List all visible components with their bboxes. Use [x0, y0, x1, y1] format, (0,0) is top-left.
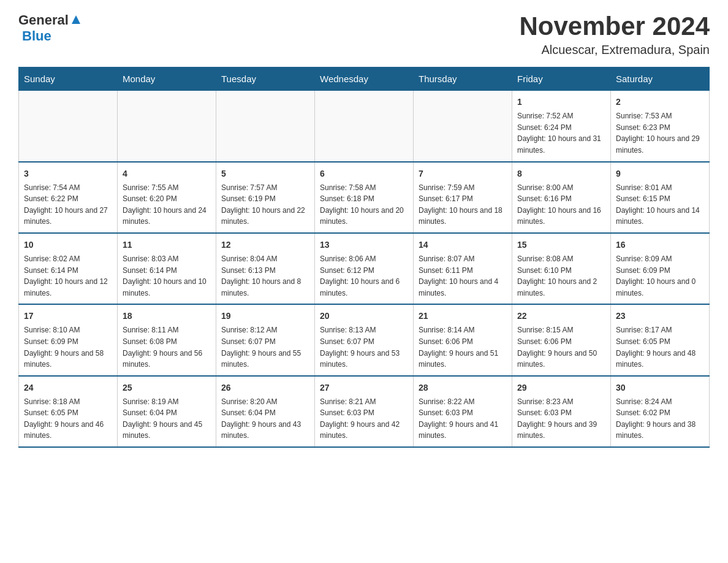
day-info: Sunrise: 7:53 AMSunset: 6:23 PMDaylight:…: [616, 110, 704, 156]
header-saturday: Saturday: [611, 67, 710, 91]
page-subtitle: Alcuescar, Extremadura, Spain: [519, 43, 710, 57]
day-info: Sunrise: 7:58 AMSunset: 6:18 PMDaylight:…: [320, 182, 408, 228]
day-info: Sunrise: 8:07 AMSunset: 6:11 PMDaylight:…: [419, 253, 507, 299]
table-cell: 18Sunrise: 8:11 AMSunset: 6:08 PMDayligh…: [118, 304, 216, 375]
day-info: Sunrise: 8:21 AMSunset: 6:03 PMDaylight:…: [320, 396, 408, 442]
day-number: 26: [221, 381, 309, 394]
header-row: SundayMondayTuesdayWednesdayThursdayFrid…: [19, 67, 710, 91]
day-number: 11: [123, 239, 211, 251]
day-info: Sunrise: 8:09 AMSunset: 6:09 PMDaylight:…: [616, 253, 704, 299]
day-info: Sunrise: 8:02 AMSunset: 6:14 PMDaylight:…: [24, 253, 112, 299]
day-info: Sunrise: 8:19 AMSunset: 6:04 PMDaylight:…: [123, 396, 211, 442]
day-number: 7: [419, 167, 507, 180]
day-number: 4: [123, 167, 211, 180]
day-number: 2: [616, 96, 704, 109]
table-cell: 13Sunrise: 8:06 AMSunset: 6:12 PMDayligh…: [315, 233, 414, 304]
table-cell: 1Sunrise: 7:52 AMSunset: 6:24 PMDaylight…: [512, 91, 611, 162]
day-number: 5: [221, 167, 309, 180]
day-info: Sunrise: 8:10 AMSunset: 6:09 PMDaylight:…: [24, 324, 112, 370]
day-info: Sunrise: 8:00 AMSunset: 6:16 PMDaylight:…: [517, 182, 605, 228]
day-number: 8: [517, 167, 605, 180]
day-number: 6: [320, 167, 408, 180]
table-cell: 7Sunrise: 7:59 AMSunset: 6:17 PMDaylight…: [414, 162, 512, 233]
day-info: Sunrise: 8:23 AMSunset: 6:03 PMDaylight:…: [517, 396, 605, 442]
table-cell: 12Sunrise: 8:04 AMSunset: 6:13 PMDayligh…: [216, 233, 315, 304]
day-number: 24: [24, 381, 112, 394]
logo-triangle-icon: [70, 14, 82, 28]
table-cell: 5Sunrise: 7:57 AMSunset: 6:19 PMDaylight…: [216, 162, 315, 233]
logo-general-text: General: [18, 12, 69, 28]
day-info: Sunrise: 8:06 AMSunset: 6:12 PMDaylight:…: [320, 253, 408, 299]
day-info: Sunrise: 8:24 AMSunset: 6:02 PMDaylight:…: [616, 396, 704, 442]
day-info: Sunrise: 8:20 AMSunset: 6:04 PMDaylight:…: [221, 396, 309, 442]
table-cell: 24Sunrise: 8:18 AMSunset: 6:05 PMDayligh…: [19, 376, 118, 447]
day-info: Sunrise: 8:11 AMSunset: 6:08 PMDaylight:…: [123, 324, 211, 370]
calendar-body: 1Sunrise: 7:52 AMSunset: 6:24 PMDaylight…: [19, 91, 710, 447]
day-info: Sunrise: 8:14 AMSunset: 6:06 PMDaylight:…: [419, 324, 507, 370]
day-number: 22: [517, 310, 605, 323]
svg-marker-0: [72, 15, 80, 24]
day-number: 12: [221, 239, 309, 251]
week-row-3: 10Sunrise: 8:02 AMSunset: 6:14 PMDayligh…: [19, 233, 710, 304]
table-cell: 22Sunrise: 8:15 AMSunset: 6:06 PMDayligh…: [512, 304, 611, 375]
header-sunday: Sunday: [19, 67, 118, 91]
calendar-header: SundayMondayTuesdayWednesdayThursdayFrid…: [19, 67, 710, 91]
table-cell: [19, 91, 118, 162]
table-cell: [216, 91, 315, 162]
day-number: 1: [517, 96, 605, 109]
table-cell: [118, 91, 216, 162]
table-cell: 4Sunrise: 7:55 AMSunset: 6:20 PMDaylight…: [118, 162, 216, 233]
day-number: 25: [123, 381, 211, 394]
table-cell: 3Sunrise: 7:54 AMSunset: 6:22 PMDaylight…: [19, 162, 118, 233]
header-wednesday: Wednesday: [315, 67, 414, 91]
day-info: Sunrise: 8:08 AMSunset: 6:10 PMDaylight:…: [517, 253, 605, 299]
day-info: Sunrise: 7:57 AMSunset: 6:19 PMDaylight:…: [221, 182, 309, 228]
day-info: Sunrise: 8:22 AMSunset: 6:03 PMDaylight:…: [419, 396, 507, 442]
week-row-4: 17Sunrise: 8:10 AMSunset: 6:09 PMDayligh…: [19, 304, 710, 375]
page-header: General Blue November 2024 Alcuescar, Ex…: [18, 12, 710, 57]
day-number: 3: [24, 167, 112, 180]
day-info: Sunrise: 8:17 AMSunset: 6:05 PMDaylight:…: [616, 324, 704, 370]
day-info: Sunrise: 7:52 AMSunset: 6:24 PMDaylight:…: [517, 110, 605, 156]
week-row-5: 24Sunrise: 8:18 AMSunset: 6:05 PMDayligh…: [19, 376, 710, 447]
table-cell: 2Sunrise: 7:53 AMSunset: 6:23 PMDaylight…: [611, 91, 710, 162]
table-cell: 10Sunrise: 8:02 AMSunset: 6:14 PMDayligh…: [19, 233, 118, 304]
title-block: November 2024 Alcuescar, Extremadura, Sp…: [519, 12, 710, 57]
table-cell: [414, 91, 512, 162]
table-cell: 28Sunrise: 8:22 AMSunset: 6:03 PMDayligh…: [414, 376, 512, 447]
calendar-table: SundayMondayTuesdayWednesdayThursdayFrid…: [18, 67, 710, 448]
page-title: November 2024: [519, 12, 710, 40]
day-number: 30: [616, 381, 704, 394]
header-friday: Friday: [512, 67, 611, 91]
day-info: Sunrise: 8:18 AMSunset: 6:05 PMDaylight:…: [24, 396, 112, 442]
day-number: 13: [320, 239, 408, 251]
day-number: 10: [24, 239, 112, 251]
day-number: 29: [517, 381, 605, 394]
day-info: Sunrise: 8:12 AMSunset: 6:07 PMDaylight:…: [221, 324, 309, 370]
day-number: 15: [517, 239, 605, 251]
day-number: 21: [419, 310, 507, 323]
table-cell: 9Sunrise: 8:01 AMSunset: 6:15 PMDaylight…: [611, 162, 710, 233]
day-number: 20: [320, 310, 408, 323]
table-cell: 26Sunrise: 8:20 AMSunset: 6:04 PMDayligh…: [216, 376, 315, 447]
day-number: 27: [320, 381, 408, 394]
table-cell: 16Sunrise: 8:09 AMSunset: 6:09 PMDayligh…: [611, 233, 710, 304]
header-tuesday: Tuesday: [216, 67, 315, 91]
table-cell: 25Sunrise: 8:19 AMSunset: 6:04 PMDayligh…: [118, 376, 216, 447]
day-info: Sunrise: 7:59 AMSunset: 6:17 PMDaylight:…: [419, 182, 507, 228]
table-cell: [315, 91, 414, 162]
day-number: 17: [24, 310, 112, 323]
day-number: 23: [616, 310, 704, 323]
day-info: Sunrise: 7:55 AMSunset: 6:20 PMDaylight:…: [123, 182, 211, 228]
week-row-2: 3Sunrise: 7:54 AMSunset: 6:22 PMDaylight…: [19, 162, 710, 233]
day-number: 28: [419, 381, 507, 394]
day-info: Sunrise: 7:54 AMSunset: 6:22 PMDaylight:…: [24, 182, 112, 228]
week-row-1: 1Sunrise: 7:52 AMSunset: 6:24 PMDaylight…: [19, 91, 710, 162]
table-cell: 11Sunrise: 8:03 AMSunset: 6:14 PMDayligh…: [118, 233, 216, 304]
table-cell: 6Sunrise: 7:58 AMSunset: 6:18 PMDaylight…: [315, 162, 414, 233]
day-number: 14: [419, 239, 507, 251]
table-cell: 29Sunrise: 8:23 AMSunset: 6:03 PMDayligh…: [512, 376, 611, 447]
table-cell: 15Sunrise: 8:08 AMSunset: 6:10 PMDayligh…: [512, 233, 611, 304]
day-number: 19: [221, 310, 309, 323]
table-cell: 21Sunrise: 8:14 AMSunset: 6:06 PMDayligh…: [414, 304, 512, 375]
